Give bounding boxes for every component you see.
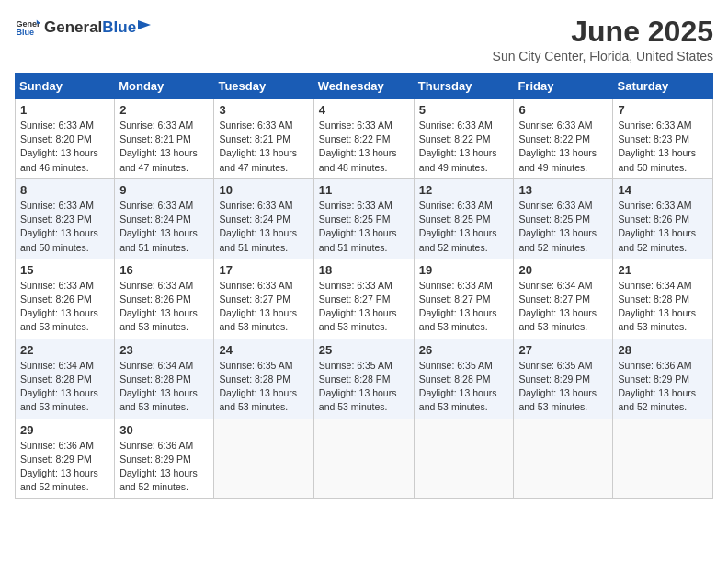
- day-number: 2: [119, 103, 209, 117]
- cell-content: Sunrise: 6:36 AMSunset: 8:29 PMDaylight:…: [119, 440, 198, 493]
- cell-content: Sunrise: 6:33 AMSunset: 8:27 PMDaylight:…: [219, 280, 297, 333]
- svg-text:Blue: Blue: [16, 28, 34, 37]
- calendar-cell: 20 Sunrise: 6:34 AMSunset: 8:27 PMDaylig…: [514, 259, 613, 339]
- calendar-cell: 19 Sunrise: 6:33 AMSunset: 8:27 PMDaylig…: [414, 259, 514, 339]
- day-number: 29: [20, 423, 109, 437]
- calendar-header-tuesday: Tuesday: [214, 74, 313, 99]
- day-number: 4: [319, 103, 409, 117]
- cell-content: Sunrise: 6:34 AMSunset: 8:28 PMDaylight:…: [618, 280, 696, 333]
- day-number: 21: [618, 263, 708, 277]
- day-number: 27: [518, 343, 608, 357]
- calendar-cell: 14 Sunrise: 6:33 AMSunset: 8:26 PMDaylig…: [613, 178, 713, 259]
- day-number: 5: [419, 103, 509, 117]
- calendar-cell: 18 Sunrise: 6:33 AMSunset: 8:27 PMDaylig…: [313, 259, 414, 339]
- cell-content: Sunrise: 6:36 AMSunset: 8:29 PMDaylight:…: [618, 360, 696, 413]
- day-number: 14: [618, 183, 708, 197]
- calendar-header-friday: Friday: [514, 74, 613, 99]
- calendar-cell: [214, 419, 313, 499]
- calendar-week-row: 22 Sunrise: 6:34 AMSunset: 8:28 PMDaylig…: [16, 339, 713, 419]
- calendar-cell: 9 Sunrise: 6:33 AMSunset: 8:24 PMDayligh…: [115, 178, 214, 259]
- calendar-cell: 3 Sunrise: 6:33 AMSunset: 8:21 PMDayligh…: [214, 99, 313, 179]
- calendar-header-saturday: Saturday: [613, 74, 713, 99]
- cell-content: Sunrise: 6:33 AMSunset: 8:26 PMDaylight:…: [119, 280, 198, 333]
- calendar-cell: 12 Sunrise: 6:33 AMSunset: 8:25 PMDaylig…: [414, 178, 514, 259]
- calendar-cell: 25 Sunrise: 6:35 AMSunset: 8:28 PMDaylig…: [313, 339, 414, 419]
- cell-content: Sunrise: 6:33 AMSunset: 8:23 PMDaylight:…: [20, 200, 98, 253]
- title-area: June 2025 Sun City Center, Florida, Unit…: [493, 15, 713, 63]
- day-number: 3: [219, 103, 308, 117]
- cell-content: Sunrise: 6:33 AMSunset: 8:22 PMDaylight:…: [419, 120, 497, 173]
- day-number: 1: [20, 103, 109, 117]
- day-number: 20: [518, 263, 608, 277]
- month-title: June 2025: [493, 15, 713, 49]
- day-number: 9: [119, 183, 209, 197]
- calendar-cell: 2 Sunrise: 6:33 AMSunset: 8:21 PMDayligh…: [115, 99, 214, 179]
- calendar-cell: 7 Sunrise: 6:33 AMSunset: 8:23 PMDayligh…: [613, 99, 713, 179]
- day-number: 11: [319, 183, 409, 197]
- day-number: 25: [319, 343, 409, 357]
- location-title: Sun City Center, Florida, United States: [493, 49, 713, 63]
- cell-content: Sunrise: 6:34 AMSunset: 8:28 PMDaylight:…: [20, 360, 98, 413]
- cell-content: Sunrise: 6:33 AMSunset: 8:26 PMDaylight:…: [20, 280, 98, 333]
- calendar-cell: 23 Sunrise: 6:34 AMSunset: 8:28 PMDaylig…: [115, 339, 214, 419]
- cell-content: Sunrise: 6:33 AMSunset: 8:25 PMDaylight:…: [319, 200, 397, 253]
- day-number: 30: [119, 423, 209, 437]
- calendar-cell: 13 Sunrise: 6:33 AMSunset: 8:25 PMDaylig…: [514, 178, 613, 259]
- calendar-cell: [313, 419, 414, 499]
- cell-content: Sunrise: 6:34 AMSunset: 8:28 PMDaylight:…: [119, 360, 198, 413]
- day-number: 16: [119, 263, 209, 277]
- calendar-cell: 11 Sunrise: 6:33 AMSunset: 8:25 PMDaylig…: [313, 178, 414, 259]
- day-number: 13: [518, 183, 608, 197]
- calendar-cell: 27 Sunrise: 6:35 AMSunset: 8:29 PMDaylig…: [514, 339, 613, 419]
- cell-content: Sunrise: 6:33 AMSunset: 8:23 PMDaylight:…: [618, 120, 696, 173]
- calendar-cell: 22 Sunrise: 6:34 AMSunset: 8:28 PMDaylig…: [16, 339, 115, 419]
- cell-content: Sunrise: 6:35 AMSunset: 8:28 PMDaylight:…: [419, 360, 497, 413]
- day-number: 7: [618, 103, 708, 117]
- day-number: 10: [219, 183, 308, 197]
- cell-content: Sunrise: 6:33 AMSunset: 8:27 PMDaylight:…: [319, 280, 397, 333]
- day-number: 22: [20, 343, 109, 357]
- day-number: 15: [20, 263, 109, 277]
- calendar-cell: 21 Sunrise: 6:34 AMSunset: 8:28 PMDaylig…: [613, 259, 713, 339]
- calendar-cell: 26 Sunrise: 6:35 AMSunset: 8:28 PMDaylig…: [414, 339, 514, 419]
- calendar-week-row: 15 Sunrise: 6:33 AMSunset: 8:26 PMDaylig…: [16, 259, 713, 339]
- logo-flag-icon: [138, 20, 153, 35]
- day-number: 28: [618, 343, 708, 357]
- cell-content: Sunrise: 6:33 AMSunset: 8:25 PMDaylight:…: [419, 200, 497, 253]
- cell-content: Sunrise: 6:33 AMSunset: 8:22 PMDaylight:…: [319, 120, 397, 173]
- calendar-cell: 4 Sunrise: 6:33 AMSunset: 8:22 PMDayligh…: [313, 99, 414, 179]
- calendar-cell: 10 Sunrise: 6:33 AMSunset: 8:24 PMDaylig…: [214, 178, 313, 259]
- calendar-header-sunday: Sunday: [16, 74, 115, 99]
- calendar-header-wednesday: Wednesday: [313, 74, 414, 99]
- calendar-cell: 29 Sunrise: 6:36 AMSunset: 8:29 PMDaylig…: [16, 419, 115, 499]
- calendar-cell: 16 Sunrise: 6:33 AMSunset: 8:26 PMDaylig…: [115, 259, 214, 339]
- cell-content: Sunrise: 6:36 AMSunset: 8:29 PMDaylight:…: [20, 440, 98, 493]
- calendar-header-thursday: Thursday: [414, 74, 514, 99]
- cell-content: Sunrise: 6:33 AMSunset: 8:21 PMDaylight:…: [119, 120, 198, 173]
- cell-content: Sunrise: 6:33 AMSunset: 8:22 PMDaylight:…: [518, 120, 597, 173]
- day-number: 19: [419, 263, 509, 277]
- day-number: 12: [419, 183, 509, 197]
- calendar-week-row: 8 Sunrise: 6:33 AMSunset: 8:23 PMDayligh…: [16, 178, 713, 259]
- svg-marker-3: [138, 20, 151, 29]
- cell-content: Sunrise: 6:33 AMSunset: 8:26 PMDaylight:…: [618, 200, 696, 253]
- day-number: 24: [219, 343, 308, 357]
- calendar: SundayMondayTuesdayWednesdayThursdayFrid…: [15, 73, 713, 499]
- cell-content: Sunrise: 6:33 AMSunset: 8:24 PMDaylight:…: [119, 200, 198, 253]
- calendar-cell: 15 Sunrise: 6:33 AMSunset: 8:26 PMDaylig…: [16, 259, 115, 339]
- day-number: 6: [518, 103, 608, 117]
- cell-content: Sunrise: 6:35 AMSunset: 8:29 PMDaylight:…: [518, 360, 597, 413]
- calendar-header-row: SundayMondayTuesdayWednesdayThursdayFrid…: [16, 74, 713, 99]
- day-number: 17: [219, 263, 308, 277]
- logo-general: General: [44, 18, 102, 37]
- day-number: 26: [419, 343, 509, 357]
- day-number: 8: [20, 183, 109, 197]
- logo-blue: Blue: [102, 18, 136, 37]
- calendar-cell: 5 Sunrise: 6:33 AMSunset: 8:22 PMDayligh…: [414, 99, 514, 179]
- calendar-cell: 28 Sunrise: 6:36 AMSunset: 8:29 PMDaylig…: [613, 339, 713, 419]
- cell-content: Sunrise: 6:33 AMSunset: 8:27 PMDaylight:…: [419, 280, 497, 333]
- calendar-cell: 8 Sunrise: 6:33 AMSunset: 8:23 PMDayligh…: [16, 178, 115, 259]
- calendar-cell: 6 Sunrise: 6:33 AMSunset: 8:22 PMDayligh…: [514, 99, 613, 179]
- day-number: 18: [319, 263, 409, 277]
- cell-content: Sunrise: 6:33 AMSunset: 8:20 PMDaylight:…: [20, 120, 98, 173]
